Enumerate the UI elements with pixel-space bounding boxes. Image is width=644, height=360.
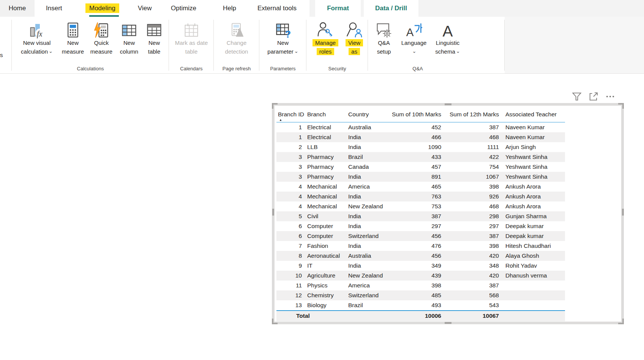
manage-roles-button[interactable]: Manage roles <box>308 17 343 56</box>
table-row[interactable]: 7FashionIndia476398Hitesh Chaudhari <box>276 241 565 251</box>
group-label-parameters: Parameters <box>261 66 305 71</box>
column-header-branch-id[interactable]: Branch ID ▲ <box>276 109 305 122</box>
visual-resize-handle[interactable] <box>622 209 624 216</box>
visual-resize-handle[interactable] <box>618 319 624 324</box>
menu-tab-modeling[interactable]: Modeling <box>85 0 119 17</box>
visual-resize-handle[interactable] <box>445 322 451 324</box>
menu-tab-optimize[interactable]: Optimize <box>171 0 196 17</box>
manage-roles-person-key-icon <box>317 22 334 38</box>
table-row[interactable]: 2LLBIndia10901111Arjun Singh <box>276 142 565 152</box>
table-cell: Alaya Ghosh <box>500 251 565 261</box>
new-table-button[interactable]: New table <box>142 17 166 56</box>
change-detection-button: Change detection <box>216 17 257 56</box>
svg-text:fx: fx <box>37 30 43 38</box>
column-header-teacher[interactable]: Associated Teacher <box>500 109 565 122</box>
chevron-down-icon: ⌄ <box>49 48 53 54</box>
view-as-person-icon <box>346 22 363 38</box>
menu-tab-help[interactable]: Help <box>223 0 236 17</box>
column-header-branch[interactable]: Branch <box>305 109 346 122</box>
menu-tab-external-tools[interactable]: External tools <box>257 0 297 17</box>
table-row[interactable]: 10AgricultureNew Zealand439420Dhanush ve… <box>276 271 565 281</box>
table-cell: Canada <box>346 162 388 172</box>
visual-resize-handle[interactable] <box>618 103 624 109</box>
table-row[interactable]: 4MechanicalAmerica465398Ankush Arora <box>276 182 565 192</box>
mark-as-date-table-button: Mark as date table <box>171 17 212 56</box>
view-as-button[interactable]: View as <box>343 17 366 56</box>
table-cell <box>500 290 565 300</box>
table-row[interactable]: 1ElectricalAustralia452387Naveen Kumar <box>276 122 565 132</box>
sort-ascending-icon: ▲ <box>279 118 282 122</box>
table-cell: 754 <box>443 162 500 172</box>
svg-text:A: A <box>406 26 414 38</box>
table-visual[interactable]: Branch ID ▲ Branch Country Sum of 10th M… <box>276 109 565 321</box>
menu-tab-insert[interactable]: Insert <box>46 0 62 17</box>
table-row[interactable]: 6ComputerIndia297297Deepak kumar <box>276 221 565 231</box>
column-header-sum-12th[interactable]: Sum of 12th Marks <box>443 109 500 122</box>
visual-resize-handle[interactable] <box>445 103 451 105</box>
table-cell: America <box>346 281 388 290</box>
table-cell: Yeshwant Sinha <box>500 162 565 172</box>
column-header-sum-10th[interactable]: Sum of 10th Marks <box>388 109 443 122</box>
ribbon-right-fill <box>505 17 644 73</box>
table-cell: 452 <box>388 122 443 132</box>
table-row[interactable]: 13BiologyBrazil493543 <box>276 300 565 311</box>
filter-icon[interactable] <box>571 91 582 102</box>
table-cell: 11 <box>276 281 305 290</box>
new-visual-calculation-button[interactable]: fx New visual calculation⌄ <box>14 17 59 56</box>
table-row[interactable]: 6ComputerSwitzerland456387Deepak kumar <box>276 231 565 241</box>
table-row[interactable]: 12ChemistrySwitzerland485568 <box>276 290 565 300</box>
quick-measure-button[interactable]: Quick measure <box>87 17 116 56</box>
modeling-highlight: Modeling <box>85 3 119 13</box>
table-cell: 1 <box>276 122 305 132</box>
menu-tab-view[interactable]: View <box>138 0 152 17</box>
table-row[interactable]: 4MechanicalNew Zealand753468Ankush Arora <box>276 201 565 211</box>
button-label: Mark as date <box>175 38 208 47</box>
table-cell: 420 <box>443 271 500 281</box>
table-row[interactable]: 3PharmacyIndia8911067Yeshwant Sinha <box>276 172 565 182</box>
table-cell: 4 <box>276 182 305 192</box>
language-button[interactable]: A Language ⌄ <box>398 17 430 56</box>
new-column-button[interactable]: New column <box>116 17 142 56</box>
button-label: Quick <box>94 38 109 47</box>
table-row[interactable]: 9ITIndia349348Rohit Yadav <box>276 261 565 271</box>
qa-setup-button[interactable]: Q&A setup <box>370 17 398 56</box>
table-row[interactable]: 4MechanicalIndia763926Ankush Arora <box>276 192 565 201</box>
visual-resize-handle[interactable] <box>272 103 278 109</box>
new-measure-button[interactable]: New measure <box>59 17 87 56</box>
table-cell: Brazil <box>346 300 388 311</box>
quick-measure-lightning-icon <box>93 22 110 38</box>
button-label: measure <box>62 47 84 56</box>
ribbon-group-page-refresh: Change detection Page refresh <box>216 17 257 73</box>
column-header-country[interactable]: Country <box>346 109 388 122</box>
linguistic-schema-button[interactable]: A Linguistic schema⌄ <box>430 17 466 56</box>
table-cell: 485 <box>388 290 443 300</box>
table-cell: India <box>346 241 388 251</box>
table-cell <box>500 281 565 290</box>
group-divider <box>504 20 505 71</box>
more-options-icon[interactable] <box>605 91 616 102</box>
ribbon-group-qa: Q&A setup A Language ⌄ A Linguistic sche… <box>370 17 466 73</box>
menu-tab-data-drill[interactable]: Data / Drill <box>364 0 418 17</box>
visual-header-toolbar <box>571 91 616 102</box>
group-label-page-refresh: Page refresh <box>216 66 257 71</box>
button-label: roles <box>317 48 335 55</box>
focus-mode-icon[interactable] <box>588 91 599 102</box>
group-divider <box>259 20 259 71</box>
group-label-security: Security <box>308 66 366 71</box>
table-row[interactable]: 1ElectricalIndia466468Naveen Kumar <box>276 132 565 142</box>
menu-tab-home[interactable]: Home <box>0 0 35 17</box>
table-cell: 6 <box>276 231 305 241</box>
total-sum-12th: 10067 <box>443 311 500 321</box>
table-row[interactable]: 3PharmacyBrazil433422Yeshwant Sinha <box>276 152 565 162</box>
table-row[interactable]: 3PharmacyCanada457754Yeshwant Sinha <box>276 162 565 172</box>
table-cell: 568 <box>443 290 500 300</box>
button-label: setup <box>377 47 391 56</box>
svg-text:A: A <box>443 22 453 39</box>
table-row[interactable]: 11PhysicsAmerica398387 <box>276 281 565 290</box>
menu-tab-format[interactable]: Format <box>315 0 361 17</box>
table-row[interactable]: 8AeronauticalAustralia456420Alaya Ghosh <box>276 251 565 261</box>
table-cell: Australia <box>346 251 388 261</box>
table-row[interactable]: 5CivilIndia387298Gunjan Sharma <box>276 211 565 221</box>
visual-resize-handle[interactable] <box>272 209 274 216</box>
new-parameter-button[interactable]: ? New parameter⌄ <box>261 17 305 56</box>
